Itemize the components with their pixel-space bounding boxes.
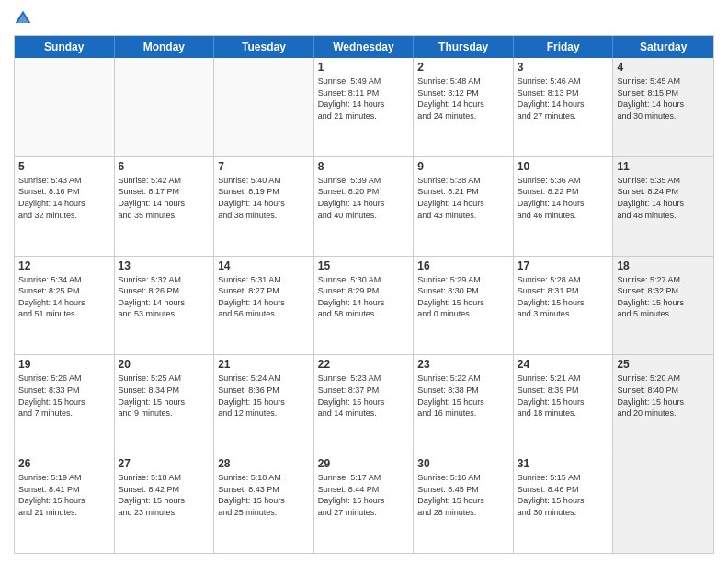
page: SundayMondayTuesdayWednesdayThursdayFrid… [0,0,728,563]
day-number: 14 [218,259,310,272]
cell-sun-info: Sunrise: 5:31 AM Sunset: 8:27 PM Dayligh… [218,274,310,320]
calendar-cell: 18Sunrise: 5:27 AM Sunset: 8:32 PM Dayli… [613,257,713,355]
day-number: 27 [119,457,210,470]
day-number: 13 [119,259,210,272]
calendar-cell: 16Sunrise: 5:29 AM Sunset: 8:30 PM Dayli… [414,257,514,355]
cell-sun-info: Sunrise: 5:24 AM Sunset: 8:36 PM Dayligh… [218,373,310,419]
calendar-cell: 11Sunrise: 5:35 AM Sunset: 8:24 PM Dayli… [613,157,713,256]
calendar-cell: 26Sunrise: 5:19 AM Sunset: 8:41 PM Dayli… [15,454,115,553]
day-number: 15 [318,259,410,272]
header-day-saturday: Saturday [613,36,713,58]
calendar: SundayMondayTuesdayWednesdayThursdayFrid… [14,35,714,554]
calendar-cell: 21Sunrise: 5:24 AM Sunset: 8:36 PM Dayli… [214,355,314,454]
day-number: 5 [18,160,110,173]
day-number: 19 [18,358,110,371]
day-number: 8 [318,160,410,173]
calendar-cell: 5Sunrise: 5:43 AM Sunset: 8:16 PM Daylig… [15,157,115,256]
calendar-cell: 31Sunrise: 5:15 AM Sunset: 8:46 PM Dayli… [514,454,614,553]
calendar-week-5: 26Sunrise: 5:19 AM Sunset: 8:41 PM Dayli… [15,454,713,553]
calendar-cell: 29Sunrise: 5:17 AM Sunset: 8:44 PM Dayli… [314,454,415,553]
day-number: 17 [518,259,609,272]
header-day-wednesday: Wednesday [314,36,415,58]
calendar-cell: 20Sunrise: 5:25 AM Sunset: 8:34 PM Dayli… [115,355,215,454]
calendar-cell: 2Sunrise: 5:48 AM Sunset: 8:12 PM Daylig… [414,58,514,156]
day-number: 12 [18,259,110,272]
day-number: 4 [617,61,710,74]
day-number: 9 [417,160,509,173]
logo-icon [14,9,32,28]
cell-sun-info: Sunrise: 5:34 AM Sunset: 8:25 PM Dayligh… [18,274,110,320]
calendar-cell: 14Sunrise: 5:31 AM Sunset: 8:27 PM Dayli… [214,257,314,355]
calendar-week-3: 12Sunrise: 5:34 AM Sunset: 8:25 PM Dayli… [15,256,713,355]
cell-sun-info: Sunrise: 5:23 AM Sunset: 8:37 PM Dayligh… [318,373,410,419]
day-number: 10 [518,160,609,173]
cell-sun-info: Sunrise: 5:48 AM Sunset: 8:12 PM Dayligh… [417,75,509,121]
calendar-cell: 13Sunrise: 5:32 AM Sunset: 8:26 PM Dayli… [115,257,215,355]
cell-sun-info: Sunrise: 5:38 AM Sunset: 8:21 PM Dayligh… [417,175,509,221]
cell-sun-info: Sunrise: 5:39 AM Sunset: 8:20 PM Dayligh… [318,175,410,221]
calendar-cell: 6Sunrise: 5:42 AM Sunset: 8:17 PM Daylig… [115,157,215,256]
calendar-week-2: 5Sunrise: 5:43 AM Sunset: 8:16 PM Daylig… [15,156,713,256]
calendar-cell: 23Sunrise: 5:22 AM Sunset: 8:38 PM Dayli… [414,355,514,454]
calendar-cell: 12Sunrise: 5:34 AM Sunset: 8:25 PM Dayli… [15,257,115,355]
cell-sun-info: Sunrise: 5:26 AM Sunset: 8:33 PM Dayligh… [18,373,110,419]
cell-sun-info: Sunrise: 5:22 AM Sunset: 8:38 PM Dayligh… [417,373,509,419]
header [14,9,714,28]
calendar-cell: 1Sunrise: 5:49 AM Sunset: 8:11 PM Daylig… [314,58,415,156]
cell-sun-info: Sunrise: 5:15 AM Sunset: 8:46 PM Dayligh… [518,472,609,518]
cell-sun-info: Sunrise: 5:30 AM Sunset: 8:29 PM Dayligh… [318,274,410,320]
logo [14,9,36,28]
calendar-cell [15,58,115,156]
calendar-cell: 22Sunrise: 5:23 AM Sunset: 8:37 PM Dayli… [314,355,415,454]
day-number: 6 [119,160,210,173]
cell-sun-info: Sunrise: 5:49 AM Sunset: 8:11 PM Dayligh… [318,75,410,121]
cell-sun-info: Sunrise: 5:21 AM Sunset: 8:39 PM Dayligh… [518,373,609,419]
calendar-week-1: 1Sunrise: 5:49 AM Sunset: 8:11 PM Daylig… [15,58,713,156]
cell-sun-info: Sunrise: 5:18 AM Sunset: 8:42 PM Dayligh… [119,472,210,518]
cell-sun-info: Sunrise: 5:45 AM Sunset: 8:15 PM Dayligh… [617,75,710,121]
calendar-cell: 8Sunrise: 5:39 AM Sunset: 8:20 PM Daylig… [314,157,415,256]
calendar-cell [115,58,215,156]
cell-sun-info: Sunrise: 5:28 AM Sunset: 8:31 PM Dayligh… [518,274,609,320]
day-number: 26 [18,457,110,470]
day-number: 25 [617,358,710,371]
day-number: 11 [617,160,710,173]
cell-sun-info: Sunrise: 5:35 AM Sunset: 8:24 PM Dayligh… [617,175,710,221]
cell-sun-info: Sunrise: 5:29 AM Sunset: 8:30 PM Dayligh… [417,274,509,320]
day-number: 24 [518,358,609,371]
day-number: 28 [218,457,310,470]
day-number: 20 [119,358,210,371]
cell-sun-info: Sunrise: 5:25 AM Sunset: 8:34 PM Dayligh… [119,373,210,419]
calendar-cell: 17Sunrise: 5:28 AM Sunset: 8:31 PM Dayli… [514,257,614,355]
cell-sun-info: Sunrise: 5:42 AM Sunset: 8:17 PM Dayligh… [119,175,210,221]
calendar-cell: 19Sunrise: 5:26 AM Sunset: 8:33 PM Dayli… [15,355,115,454]
cell-sun-info: Sunrise: 5:43 AM Sunset: 8:16 PM Dayligh… [18,175,110,221]
day-number: 7 [218,160,310,173]
calendar-body: 1Sunrise: 5:49 AM Sunset: 8:11 PM Daylig… [15,58,713,553]
calendar-cell: 28Sunrise: 5:18 AM Sunset: 8:43 PM Dayli… [214,454,314,553]
calendar-cell: 25Sunrise: 5:20 AM Sunset: 8:40 PM Dayli… [613,355,713,454]
header-day-friday: Friday [514,36,614,58]
calendar-cell [613,454,713,553]
cell-sun-info: Sunrise: 5:40 AM Sunset: 8:19 PM Dayligh… [218,175,310,221]
day-number: 21 [218,358,310,371]
calendar-cell: 4Sunrise: 5:45 AM Sunset: 8:15 PM Daylig… [613,58,713,156]
cell-sun-info: Sunrise: 5:32 AM Sunset: 8:26 PM Dayligh… [119,274,210,320]
day-number: 22 [318,358,410,371]
calendar-cell: 10Sunrise: 5:36 AM Sunset: 8:22 PM Dayli… [514,157,614,256]
calendar-cell: 15Sunrise: 5:30 AM Sunset: 8:29 PM Dayli… [314,257,415,355]
day-number: 30 [417,457,509,470]
cell-sun-info: Sunrise: 5:18 AM Sunset: 8:43 PM Dayligh… [218,472,310,518]
calendar-cell: 7Sunrise: 5:40 AM Sunset: 8:19 PM Daylig… [214,157,314,256]
cell-sun-info: Sunrise: 5:16 AM Sunset: 8:45 PM Dayligh… [417,472,509,518]
day-number: 29 [318,457,410,470]
day-number: 18 [617,259,710,272]
day-number: 3 [518,61,609,74]
cell-sun-info: Sunrise: 5:27 AM Sunset: 8:32 PM Dayligh… [617,274,710,320]
cell-sun-info: Sunrise: 5:46 AM Sunset: 8:13 PM Dayligh… [518,75,609,121]
day-number: 2 [417,61,509,74]
day-number: 23 [417,358,509,371]
calendar-cell: 3Sunrise: 5:46 AM Sunset: 8:13 PM Daylig… [514,58,614,156]
cell-sun-info: Sunrise: 5:17 AM Sunset: 8:44 PM Dayligh… [318,472,410,518]
calendar-cell [214,58,314,156]
